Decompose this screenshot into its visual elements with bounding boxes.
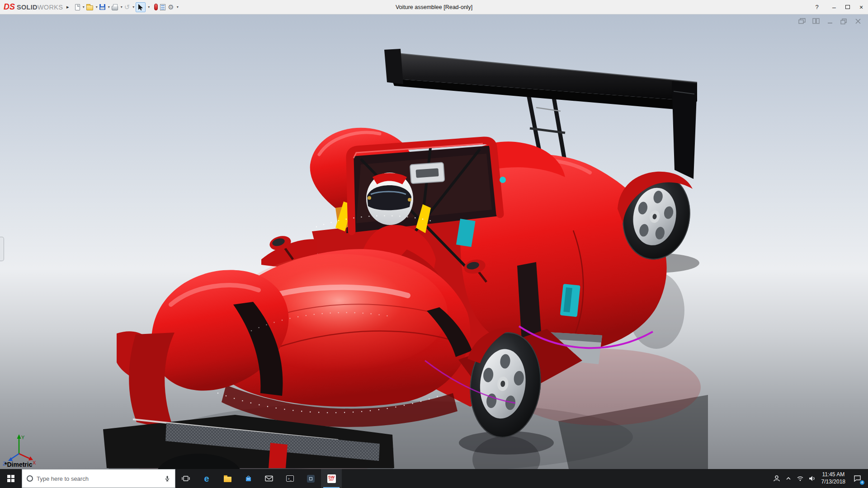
- rebuild-button[interactable]: [154, 3, 158, 11]
- system-tray: 11:45 AM 7/13/2018 4: [771, 469, 868, 488]
- command-prompt-icon: >_: [286, 475, 294, 482]
- file-explorer-icon: [224, 477, 231, 482]
- menu-flyout-icon[interactable]: ▸: [66, 4, 69, 10]
- tray-overflow-button[interactable]: [783, 469, 794, 488]
- file-explorer-button[interactable]: [217, 469, 238, 488]
- cascade-window-icon[interactable]: [798, 18, 806, 24]
- clock-date: 7/13/2018: [821, 479, 845, 486]
- open-dropdown[interactable]: ▾: [96, 5, 98, 9]
- task-view-icon: [182, 475, 190, 482]
- save-dropdown[interactable]: ▾: [108, 5, 110, 9]
- store-button[interactable]: [238, 469, 259, 488]
- select-tool-button[interactable]: [136, 2, 146, 12]
- search-input[interactable]: [37, 475, 160, 482]
- notification-badge: 4: [860, 480, 864, 485]
- save-button[interactable]: [99, 3, 106, 11]
- edge-icon: e: [204, 474, 209, 483]
- save-icon: [99, 4, 105, 10]
- quick-access-toolbar: ▾ ▾ ▾ ▾ ↺ ▾ ▾ ⚙ ▾: [75, 2, 179, 12]
- view-orientation-label: *Dimetric: [5, 461, 32, 468]
- maximize-icon: [845, 5, 850, 9]
- open-folder-icon: [86, 5, 93, 10]
- solidworks-logo: DS SOLID WORKS: [4, 2, 63, 12]
- microphone-icon[interactable]: [164, 475, 170, 482]
- windows-logo-icon: [7, 475, 14, 482]
- cortana-icon: [27, 475, 33, 482]
- select-dropdown[interactable]: ▾: [148, 5, 150, 9]
- options-dropdown[interactable]: ▾: [177, 5, 179, 9]
- doc-restore-icon[interactable]: [840, 18, 848, 24]
- undo-dropdown[interactable]: ▾: [132, 5, 134, 9]
- solidworks-app-icon: SW 2017: [327, 474, 336, 483]
- minimize-button[interactable]: –: [827, 0, 841, 14]
- file-properties-icon: [160, 4, 165, 10]
- file-properties-button[interactable]: [160, 3, 166, 11]
- graphics-viewport[interactable]: Y X Z *Dimetric: [0, 14, 868, 469]
- axis-x-label: X: [33, 460, 36, 465]
- open-button[interactable]: [86, 3, 94, 11]
- store-icon: [245, 475, 252, 482]
- gear-icon: ⚙: [168, 4, 174, 10]
- new-document-dropdown[interactable]: ▾: [83, 5, 85, 9]
- command-prompt-button[interactable]: >_: [279, 469, 300, 488]
- taskbar-clock[interactable]: 11:45 AM 7/13/2018: [818, 471, 849, 485]
- volume-button[interactable]: [806, 469, 818, 488]
- dark-app-button[interactable]: [300, 469, 321, 488]
- people-icon: [773, 475, 780, 482]
- print-dropdown[interactable]: ▾: [121, 5, 123, 9]
- 3d-scene[interactable]: Y X Z: [0, 14, 868, 469]
- document-window-controls: [798, 18, 862, 24]
- rebuild-icon: [154, 4, 158, 10]
- dark-app-icon: [307, 475, 315, 483]
- network-button[interactable]: [794, 469, 806, 488]
- task-view-button[interactable]: [175, 469, 196, 488]
- window-controls: ? – ×: [810, 0, 868, 14]
- chevron-up-icon: [785, 475, 792, 482]
- select-cursor-icon: [138, 4, 143, 10]
- new-document-icon: [75, 4, 80, 10]
- logo-solid-text: SOLID: [17, 4, 38, 11]
- window-title: Voiture assemblee [Read-only]: [396, 4, 472, 10]
- print-icon: [112, 6, 118, 10]
- undo-button[interactable]: ↺: [124, 3, 131, 11]
- axis-y-label: Y: [21, 435, 25, 440]
- windows-taskbar: e >_ SW 2017: [0, 469, 868, 488]
- new-document-button[interactable]: [75, 3, 80, 11]
- people-button[interactable]: [771, 469, 783, 488]
- taskbar-search[interactable]: [22, 469, 175, 488]
- clock-time: 11:45 AM: [822, 471, 844, 479]
- feature-panel-handle[interactable]: [0, 237, 4, 261]
- volume-icon: [808, 475, 816, 482]
- undo-icon: ↺: [124, 4, 130, 10]
- start-button[interactable]: [0, 469, 22, 488]
- dassault-logo-icon: DS: [4, 2, 15, 12]
- tile-window-icon[interactable]: [812, 18, 820, 24]
- options-button[interactable]: ⚙: [167, 3, 174, 11]
- mail-icon: [265, 475, 273, 482]
- mail-button[interactable]: [259, 469, 279, 488]
- doc-close-icon[interactable]: [854, 18, 862, 24]
- solidworks-taskbar-button[interactable]: SW 2017: [321, 469, 342, 488]
- windscreen-vent: [410, 162, 445, 183]
- print-button[interactable]: [111, 3, 118, 11]
- close-button[interactable]: ×: [854, 0, 868, 14]
- logo-works-text: WORKS: [38, 4, 63, 11]
- doc-minimize-icon[interactable]: [826, 18, 834, 24]
- wifi-icon: [797, 475, 804, 482]
- maximize-button[interactable]: [841, 0, 854, 14]
- title-bar: DS SOLID WORKS ▸ ▾ ▾ ▾ ▾ ↺ ▾ ▾ ⚙ ▾ Voitu…: [0, 0, 868, 14]
- visor: [367, 185, 411, 210]
- edge-button[interactable]: e: [196, 469, 217, 488]
- action-center-button[interactable]: 4: [849, 469, 865, 488]
- help-button[interactable]: ?: [810, 0, 824, 14]
